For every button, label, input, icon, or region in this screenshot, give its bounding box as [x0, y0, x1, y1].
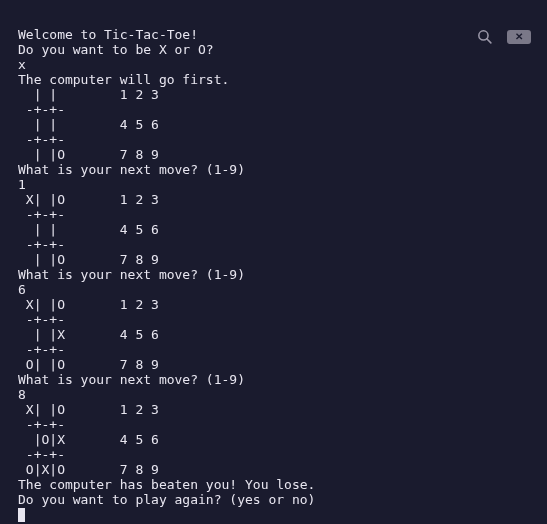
terminal-toolbar: ✕ [476, 28, 531, 45]
search-icon[interactable] [476, 28, 493, 45]
clear-icon[interactable]: ✕ [507, 30, 531, 44]
terminal-output[interactable]: Welcome to Tic-Tac-Toe! Do you want to b… [18, 27, 531, 522]
svg-line-1 [487, 39, 491, 43]
terminal-window: ✕ Welcome to Tic-Tac-Toe! Do you want to… [0, 0, 547, 524]
terminal-cursor [18, 508, 25, 522]
close-x-glyph: ✕ [515, 32, 523, 42]
